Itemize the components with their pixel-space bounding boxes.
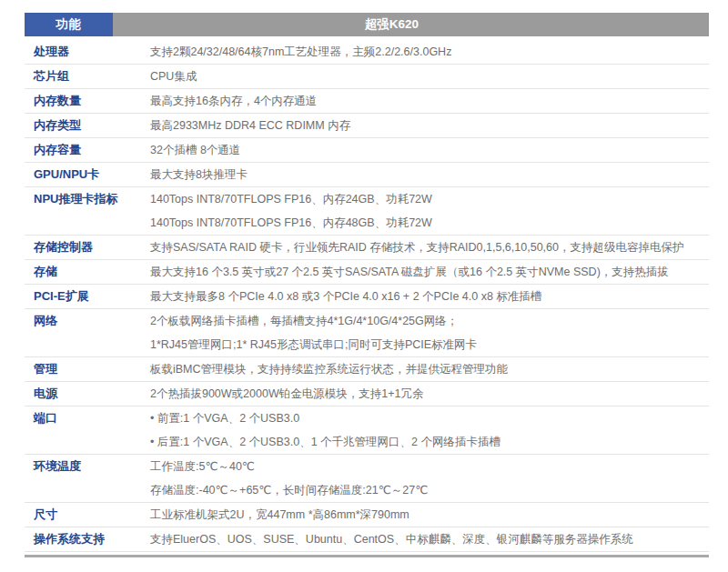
- spec-label: 存储: [25, 260, 150, 284]
- spec-row: NPU推理卡指标140Tops INT8/70TFLOPS FP16、内存24G…: [25, 187, 709, 236]
- spec-values: 最大支持16 个3.5 英寸或27 个2.5 英寸SAS/SATA 磁盘扩展（或…: [150, 260, 709, 284]
- spec-label: 处理器: [25, 40, 150, 64]
- spec-row: GPU/NPU卡最大支持8块推理卡: [25, 163, 709, 187]
- spec-value-line: 板载iBMC管理模块，支持持续监控系统运行状态，并提供远程管理功能: [150, 357, 709, 381]
- spec-row: 环境温度工作温度:5℃～40℃存储温度:-40℃～+65℃，长时间存储温度:21…: [25, 455, 709, 503]
- spec-row: 处理器支持2颗24/32/48/64核7nm工艺处理器，主频2.2/2.6/3.…: [25, 40, 709, 65]
- column-header-function: 功能: [25, 13, 113, 36]
- spec-label: PCI-E扩展: [25, 285, 150, 308]
- spec-row: 内存容量32个插槽 8个通道: [25, 138, 709, 163]
- spec-row: 操作系统支持支持EluerOS、UOS、SUSE、Ubuntu、CentOS、中…: [25, 527, 709, 552]
- spec-label: 网络: [25, 309, 150, 356]
- spec-label: 内存类型: [25, 114, 150, 137]
- spec-values: 2个板载网络插卡插槽，每插槽支持4*1G/4*10G/4*25G网络；1*RJ4…: [150, 309, 709, 356]
- spec-label: GPU/NPU卡: [25, 163, 150, 186]
- spec-value-line: 工业标准机架式2U，宽447mm *高86mm*深790mm: [150, 503, 709, 527]
- spec-value-line: 最大支持16 个3.5 英寸或27 个2.5 英寸SAS/SATA 磁盘扩展（或…: [150, 260, 709, 284]
- table-bottom-rule: [25, 555, 709, 557]
- spec-row: 网络2个板载网络插卡插槽，每插槽支持4*1G/4*10G/4*25G网络；1*R…: [25, 309, 709, 357]
- column-header-product: 超强K620: [113, 13, 709, 36]
- spec-value-line: 2个板载网络插卡插槽，每插槽支持4*1G/4*10G/4*25G网络；: [150, 309, 709, 333]
- spec-values: 140Tops INT8/70TFLOPS FP16、内存24GB、功耗72W1…: [150, 187, 709, 235]
- spec-value-line: • 前置:1 个VGA、2 个USB3.0: [150, 406, 709, 430]
- spec-value-line: 工作温度:5℃～40℃: [150, 455, 709, 478]
- table-body: 处理器支持2颗24/32/48/64核7nm工艺处理器，主频2.2/2.6/3.…: [25, 36, 709, 552]
- spec-row: 内存数量最高支持16条内存，4个内存通道: [25, 89, 709, 114]
- spec-value-line: 32个插槽 8个通道: [150, 138, 709, 162]
- table-header-row: 功能 超强K620: [25, 13, 709, 36]
- spec-label: 电源: [25, 382, 150, 406]
- spec-value-line: 支持2颗24/32/48/64核7nm工艺处理器，主频2.2/2.6/3.0GH…: [150, 40, 709, 64]
- spec-label: 操作系统支持: [25, 527, 150, 551]
- spec-values: CPU集成: [150, 65, 709, 88]
- spec-values: 最大支持8块推理卡: [150, 163, 709, 186]
- spec-row: 管理板载iBMC管理模块，支持持续监控系统运行状态，并提供远程管理功能: [25, 357, 709, 382]
- spec-values: 工作温度:5℃～40℃存储温度:-40℃～+65℃，长时间存储温度:21℃～27…: [150, 455, 709, 502]
- spec-label: 管理: [25, 357, 150, 381]
- spec-values: 板载iBMC管理模块，支持持续监控系统运行状态，并提供远程管理功能: [150, 357, 709, 381]
- spec-label: 内存容量: [25, 138, 150, 162]
- spec-label: 内存数量: [25, 89, 150, 113]
- spec-values: 支持SAS/SATA RAID 硬卡，行业领先RAID 存储技术，支持RAID0…: [150, 236, 709, 259]
- spec-value-line: 支持SAS/SATA RAID 硬卡，行业领先RAID 存储技术，支持RAID0…: [150, 236, 709, 259]
- spec-label: 存储控制器: [25, 236, 150, 259]
- spec-value-line: 最高支持16条内存，4个内存通道: [150, 89, 709, 113]
- product-name: 超强K620: [365, 13, 419, 36]
- spec-label: NPU推理卡指标: [25, 187, 150, 235]
- spec-row: 内存类型最高2933MHz DDR4 ECC RDIMM 内存: [25, 114, 709, 138]
- spec-value-line: • 后置:1 个VGA、2 个USB3.0、1 个千兆管理网口、2 个网络插卡插…: [150, 430, 709, 454]
- spec-label: 芯片组: [25, 65, 150, 88]
- spec-values: 最高2933MHz DDR4 ECC RDIMM 内存: [150, 114, 709, 137]
- spec-table: 功能 超强K620 处理器支持2颗24/32/48/64核7nm工艺处理器，主频…: [25, 13, 709, 557]
- spec-row: PCI-E扩展最大支持最多8 个PCIe 4.0 x8 或3 个PCIe 4.0…: [25, 285, 709, 309]
- spec-row: 尺寸工业标准机架式2U，宽447mm *高86mm*深790mm: [25, 503, 709, 527]
- spec-values: 2个热插拔900W或2000W铂金电源模块，支持1+1冗余: [150, 382, 709, 406]
- spec-values: 32个插槽 8个通道: [150, 138, 709, 162]
- spec-label: 环境温度: [25, 455, 150, 502]
- spec-value-line: 支持EluerOS、UOS、SUSE、Ubuntu、CentOS、中标麒麟、深度…: [150, 527, 709, 551]
- spec-values: • 前置:1 个VGA、2 个USB3.0• 后置:1 个VGA、2 个USB3…: [150, 406, 709, 454]
- spec-values: 工业标准机架式2U，宽447mm *高86mm*深790mm: [150, 503, 709, 527]
- spec-value-line: 最高2933MHz DDR4 ECC RDIMM 内存: [150, 114, 709, 137]
- spec-values: 最大支持最多8 个PCIe 4.0 x8 或3 个PCIe 4.0 x16 + …: [150, 285, 709, 308]
- spec-label: 尺寸: [25, 503, 150, 527]
- spec-values: 支持EluerOS、UOS、SUSE、Ubuntu、CentOS、中标麒麟、深度…: [150, 527, 709, 551]
- spec-values: 最高支持16条内存，4个内存通道: [150, 89, 709, 113]
- spec-value-line: 存储温度:-40℃～+65℃，长时间存储温度:21℃～27℃: [150, 478, 709, 502]
- spec-value-line: 2个热插拔900W或2000W铂金电源模块，支持1+1冗余: [150, 382, 709, 406]
- spec-value-line: 140Tops INT8/70TFLOPS FP16、内存48GB、功耗72W: [150, 211, 709, 235]
- spec-value-line: 1*RJ45管理网口;1* RJ45形态调试串口;同时可支持PCIE标准网卡: [150, 333, 709, 356]
- spec-row: 电源2个热插拔900W或2000W铂金电源模块，支持1+1冗余: [25, 382, 709, 406]
- spec-label: 端口: [25, 406, 150, 454]
- spec-row: 芯片组CPU集成: [25, 65, 709, 89]
- spec-value-line: 140Tops INT8/70TFLOPS FP16、内存24GB、功耗72W: [150, 187, 709, 211]
- spec-row: 存储最大支持16 个3.5 英寸或27 个2.5 英寸SAS/SATA 磁盘扩展…: [25, 260, 709, 285]
- spec-value-line: 最大支持最多8 个PCIe 4.0 x8 或3 个PCIe 4.0 x16 + …: [150, 285, 709, 308]
- spec-value-line: CPU集成: [150, 65, 709, 88]
- spec-row: 端口• 前置:1 个VGA、2 个USB3.0• 后置:1 个VGA、2 个US…: [25, 406, 709, 455]
- spec-row: 存储控制器支持SAS/SATA RAID 硬卡，行业领先RAID 存储技术，支持…: [25, 236, 709, 260]
- spec-values: 支持2颗24/32/48/64核7nm工艺处理器，主频2.2/2.6/3.0GH…: [150, 40, 709, 64]
- spec-value-line: 最大支持8块推理卡: [150, 163, 709, 186]
